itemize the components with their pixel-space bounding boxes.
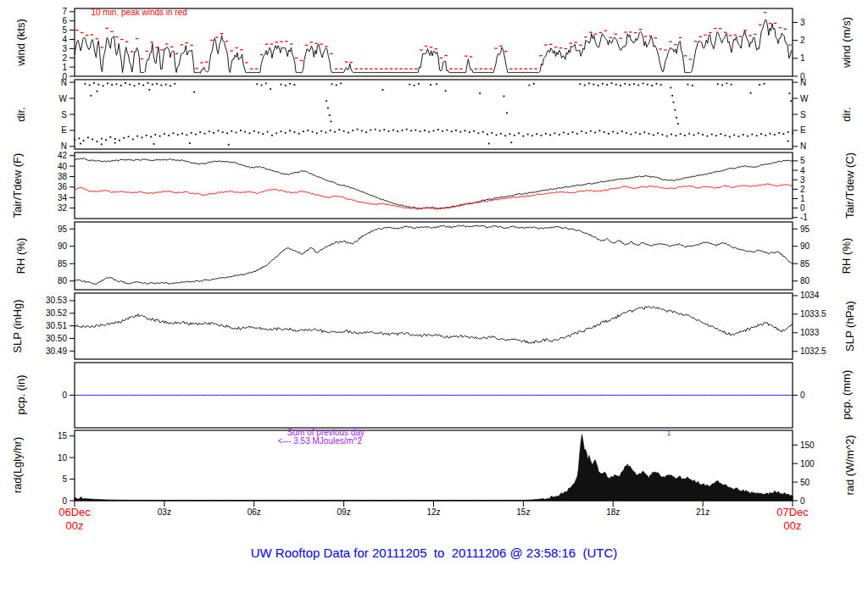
rad-right-tick-label: 50 — [800, 478, 810, 487]
temp-right-tick-label: 5 — [800, 156, 805, 165]
meteogram-figure: 01234567012310 min. peak winds in redNES… — [0, 0, 868, 593]
wind-left-tick-label: 2 — [62, 53, 67, 63]
temp-left-tick-label: 36 — [58, 182, 68, 191]
dir-right-tick-label: N — [800, 78, 806, 87]
dir-right-tick-label: N — [800, 141, 806, 151]
figure-title: UW Rooftop Data for 20111205 to 20111206… — [0, 546, 868, 560]
temp-left-tick-label: 32 — [58, 203, 68, 213]
rh-left-tick-label: 90 — [58, 241, 68, 251]
panel-slp: 30.4930.5030.5130.5230.531032.510331033.… — [46, 291, 826, 359]
panel-dir: NESWNNESWN — [59, 78, 809, 152]
x-axis: 03z06z09z12z15z18z21z — [75, 501, 793, 517]
temp-right-tick-label: 2 — [800, 185, 805, 194]
dir-left-tick-label: S — [61, 110, 67, 119]
annotation: 10 min. peak winds in red — [91, 8, 186, 17]
end-date-line1: 07Dec — [776, 506, 809, 518]
wind-right-tick-label: 3 — [800, 18, 805, 27]
dir-right-tick-label: E — [800, 125, 806, 135]
rh-right-tick-label: 80 — [800, 276, 810, 285]
rh-left-tick-label: 80 — [58, 276, 68, 285]
wind-left-tick-label: 7 — [62, 7, 67, 16]
rad-left-tick-label: 10 — [58, 453, 68, 463]
panel-wind-box — [75, 8, 793, 76]
panel-rad: 051015050100150Sum of previous day<--- 3… — [58, 428, 815, 506]
series-solar-radiation — [75, 435, 793, 501]
dir-right-tick-label: W — [800, 94, 809, 103]
series-sea-level-pressure — [75, 307, 793, 344]
temp-right-tick-label: -1 — [800, 213, 808, 222]
wind-left-tick-label: 3 — [62, 44, 67, 53]
wind-left-tick-label: 4 — [62, 35, 67, 44]
temp-left-tick-label: 34 — [58, 193, 68, 202]
series-peak-winds — [75, 13, 792, 69]
x-tick-label: 12z — [426, 507, 440, 517]
wind-left-tick-label: 5 — [62, 25, 67, 35]
wind-right-tick-label: 2 — [800, 36, 805, 45]
x-tick-label: 18z — [606, 507, 620, 517]
wind-left-tick-label: 6 — [62, 16, 67, 25]
pcp-left-tick-label: 0 — [62, 391, 67, 400]
temp-right-tick-label: 4 — [800, 166, 805, 175]
dir-left-tick-label: E — [61, 125, 67, 135]
panel-rh: 8085909580859095 — [58, 222, 810, 290]
x-axis-end-date: 07Dec00z — [754, 506, 831, 533]
slp-left-tick-label: 30.50 — [46, 334, 67, 343]
temp-left-tick-label: 40 — [58, 162, 68, 171]
annotation: <--- 3.53 MJoules/m^2 — [278, 436, 363, 446]
slp-left-tick-label: 30.49 — [46, 346, 67, 356]
panel-wind: 01234567012310 min. peak winds in red — [62, 7, 805, 80]
dir-left-tick-label: N — [61, 141, 67, 151]
y-axis-label-rad-right: rad (W/m^2) — [842, 393, 857, 537]
rh-left-tick-label: 95 — [58, 224, 68, 234]
rad-left-tick-label: 0 — [62, 496, 67, 506]
rh-right-tick-label: 90 — [800, 241, 810, 251]
slp-left-tick-label: 30.53 — [46, 296, 67, 305]
slp-right-tick-label: 1033 — [800, 328, 820, 337]
panel-pcp: 00 — [62, 363, 805, 428]
annotation: 1 — [666, 429, 670, 437]
x-tick-label: 03z — [158, 507, 171, 517]
series-wind-direction — [74, 82, 793, 146]
start-date-line1: 06Dec — [58, 506, 91, 518]
panel-dir-box — [75, 80, 793, 149]
temp-left-tick-label: 42 — [58, 151, 68, 160]
pcp-right-tick-label: 0 — [800, 391, 805, 400]
temp-left-tick-label: 38 — [58, 172, 68, 181]
temp-right-tick-label: 0 — [800, 203, 805, 213]
dir-left-tick-label: N — [61, 78, 67, 87]
x-tick-label: 09z — [337, 507, 351, 517]
slp-left-tick-label: 30.52 — [46, 308, 67, 318]
chart-canvas: 01234567012310 min. peak winds in redNES… — [0, 0, 868, 593]
x-tick-label: 15z — [516, 507, 530, 517]
dir-left-tick-label: W — [59, 94, 68, 103]
slp-right-tick-label: 1032.5 — [800, 346, 826, 356]
temp-right-tick-label: 3 — [800, 175, 805, 185]
rad-right-tick-label: 150 — [800, 441, 815, 450]
x-tick-label: 06z — [248, 507, 261, 517]
rh-left-tick-label: 85 — [58, 259, 68, 269]
dir-right-tick-label: S — [800, 110, 806, 119]
rad-left-tick-label: 15 — [58, 431, 68, 441]
panel-temp: 323436384042-1012345 — [58, 151, 808, 222]
y-axis-label-rad-left: rad(Lgly/hr) — [9, 393, 25, 537]
x-tick-label: 21z — [696, 507, 709, 517]
slp-right-tick-label: 1033.5 — [800, 309, 826, 319]
slp-left-tick-label: 30.51 — [46, 321, 67, 330]
rad-right-tick-label: 0 — [800, 496, 805, 506]
wind-left-tick-label: 1 — [62, 63, 67, 72]
rh-right-tick-label: 95 — [800, 224, 810, 234]
start-date-line2: 00z — [66, 519, 84, 532]
rad-right-tick-label: 100 — [800, 459, 815, 468]
x-axis-start-date: 06Dec00z — [36, 506, 113, 533]
series-tdew — [75, 184, 793, 209]
series-wind-speed — [75, 20, 793, 74]
end-date-line2: 00z — [784, 519, 802, 532]
series-tair — [75, 158, 793, 209]
rad-left-tick-label: 5 — [62, 474, 67, 484]
panel-rh-box — [75, 222, 793, 290]
slp-right-tick-label: 1034 — [800, 291, 820, 300]
rh-right-tick-label: 85 — [800, 259, 810, 269]
panel-slp-box — [75, 293, 793, 359]
wind-right-tick-label: 1 — [800, 53, 805, 63]
temp-right-tick-label: 1 — [800, 194, 805, 203]
